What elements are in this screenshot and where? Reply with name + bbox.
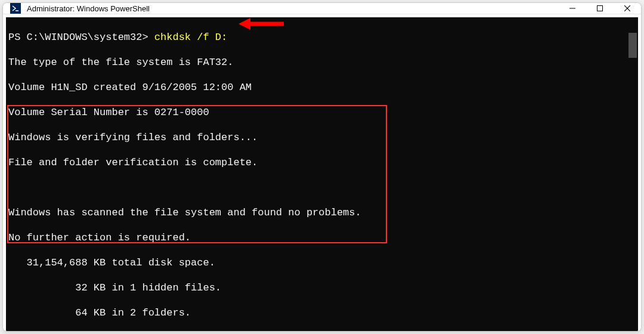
output-line: 64 KB in 2 folders. xyxy=(8,307,636,319)
annotation-arrow-icon xyxy=(237,17,285,32)
powershell-icon xyxy=(10,3,21,14)
titlebar[interactable]: Administrator: Windows PowerShell xyxy=(3,3,641,14)
terminal[interactable]: PS C:\WINDOWS\system32> chkdsk /f D: The… xyxy=(6,17,638,332)
powershell-window: Administrator: Windows PowerShell PS C:\… xyxy=(2,2,642,332)
minimize-button[interactable] xyxy=(559,3,586,14)
prompt-text: PS C:\WINDOWS\system32> xyxy=(8,32,154,43)
close-button[interactable] xyxy=(614,3,641,14)
command-text: chkdsk /f D: xyxy=(154,32,227,43)
output-line: Volume H1N_SD created 9/16/2005 12:00 AM xyxy=(8,81,636,94)
svg-rect-3 xyxy=(597,6,603,11)
svg-marker-7 xyxy=(239,18,250,30)
output-line: 31,154,688 KB total disk space. xyxy=(8,256,636,269)
scrollbar-thumb[interactable] xyxy=(628,33,637,58)
window-title: Administrator: Windows PowerShell xyxy=(27,4,559,13)
output-line: 32 KB in 1 hidden files. xyxy=(8,282,636,294)
output-line: Volume Serial Number is 0271-0000 xyxy=(8,106,636,119)
window-controls xyxy=(559,3,641,14)
output-line: No further action is required. xyxy=(8,231,636,244)
output-line: The type of the file system is FAT32. xyxy=(8,56,636,69)
output-line: Windows has scanned the file system and … xyxy=(8,206,636,219)
scrollbar[interactable] xyxy=(628,21,637,332)
output-line: File and folder verification is complete… xyxy=(8,156,636,169)
prompt-line: PS C:\WINDOWS\system32> chkdsk /f D: xyxy=(8,31,636,44)
terminal-area: PS C:\WINDOWS\system32> chkdsk /f D: The… xyxy=(3,14,641,332)
output-line: Windows is verifying files and folders..… xyxy=(8,131,636,144)
maximize-button[interactable] xyxy=(586,3,614,14)
output-line xyxy=(8,181,636,194)
annotation-highlight-box xyxy=(7,105,387,243)
